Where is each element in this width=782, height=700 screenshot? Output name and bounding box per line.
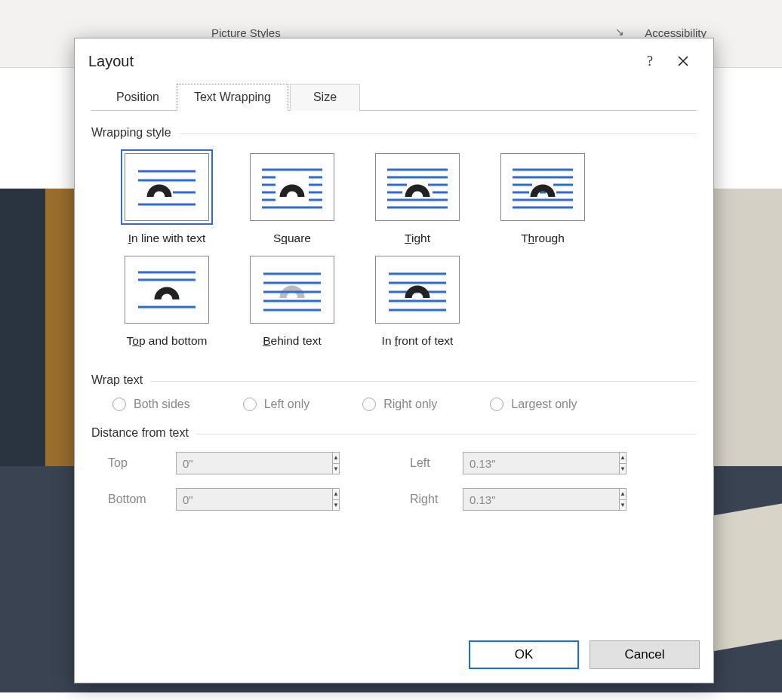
wrap-option-behind[interactable] bbox=[250, 256, 334, 324]
wrap-label-tight: Tight bbox=[405, 232, 430, 245]
wrap-option-inline[interactable] bbox=[125, 153, 209, 221]
close-button[interactable] bbox=[667, 49, 700, 73]
radio-icon bbox=[112, 398, 126, 411]
distance-right-spinner: ▲▼ bbox=[463, 488, 583, 511]
radio-largest-only: Largest only bbox=[490, 398, 577, 411]
spinner-up-icon: ▲ bbox=[333, 489, 339, 500]
tab-size[interactable]: Size bbox=[290, 84, 360, 111]
distance-top-label: Top bbox=[108, 456, 176, 470]
wrap-option-square[interactable] bbox=[250, 153, 334, 221]
wrapping-style-group: Wrapping style In line with text bbox=[91, 126, 697, 358]
behind-text-icon bbox=[259, 266, 325, 313]
tab-position[interactable]: Position bbox=[99, 84, 177, 111]
wrap-option-tight[interactable] bbox=[375, 153, 460, 221]
spinner-up-icon: ▲ bbox=[620, 489, 626, 500]
wrap-label-inline: In line with text bbox=[128, 232, 206, 245]
distance-top-spinner: ▲▼ bbox=[176, 452, 297, 474]
wrap-label-topbottom: Top and bottom bbox=[127, 334, 208, 348]
spinner-up-icon: ▲ bbox=[620, 453, 626, 464]
radio-icon bbox=[243, 398, 257, 411]
wrap-label-behind: Behind text bbox=[263, 334, 322, 348]
distance-right-label: Right bbox=[410, 493, 463, 506]
distance-bottom-spinner: ▲▼ bbox=[176, 488, 297, 511]
wrapping-style-label: Wrapping style bbox=[91, 126, 179, 140]
radio-right-only: Right only bbox=[362, 398, 437, 411]
distance-bottom-input bbox=[176, 488, 333, 511]
dialog-footer: OK Cancel bbox=[469, 640, 700, 669]
close-icon bbox=[677, 55, 689, 67]
spinner-up-icon: ▲ bbox=[333, 453, 339, 464]
dialog-title: Layout bbox=[88, 53, 633, 70]
wrap-label-square: Square bbox=[273, 232, 311, 245]
distance-label: Distance from text bbox=[91, 426, 196, 440]
spinner-down-icon: ▼ bbox=[333, 500, 339, 511]
top-bottom-icon bbox=[134, 266, 200, 313]
distance-bottom-label: Bottom bbox=[108, 493, 176, 506]
wrap-text-label: Wrap text bbox=[91, 373, 150, 387]
wrap-option-infront[interactable] bbox=[375, 256, 460, 324]
radio-icon bbox=[362, 398, 376, 411]
radio-both-sides: Both sides bbox=[112, 398, 190, 411]
spinner-down-icon: ▼ bbox=[333, 464, 339, 474]
layout-dialog: Layout ? Position Text Wrapping Size Wra… bbox=[74, 38, 714, 683]
tab-text-wrapping[interactable]: Text Wrapping bbox=[177, 84, 288, 111]
wrap-label-infront: In front of text bbox=[382, 334, 454, 348]
wrap-label-through: Through bbox=[521, 232, 565, 245]
wrap-option-topbottom[interactable] bbox=[125, 256, 209, 324]
in-front-of-text-icon bbox=[384, 266, 451, 313]
wrap-text-group: Wrap text Both sides Left only Right onl… bbox=[91, 373, 697, 411]
wrap-option-through[interactable] bbox=[500, 153, 585, 221]
radio-left-only: Left only bbox=[243, 398, 309, 411]
spinner-down-icon: ▼ bbox=[620, 464, 626, 474]
distance-left-spinner: ▲▼ bbox=[463, 452, 583, 474]
help-button[interactable]: ? bbox=[633, 49, 667, 73]
dialog-titlebar: Layout ? bbox=[75, 38, 713, 84]
dialog-launcher-icon[interactable]: ↘ bbox=[615, 26, 627, 38]
inline-with-text-icon bbox=[134, 164, 200, 210]
tab-strip: Position Text Wrapping Size bbox=[91, 84, 697, 111]
radio-icon bbox=[490, 398, 503, 411]
spinner-down-icon: ▼ bbox=[620, 500, 626, 511]
distance-group: Distance from text Top ▲▼ Left ▲▼ Bottom… bbox=[91, 426, 697, 511]
ok-button[interactable]: OK bbox=[469, 640, 579, 669]
tight-icon bbox=[384, 164, 451, 210]
distance-top-input bbox=[176, 452, 333, 474]
distance-left-label: Left bbox=[410, 456, 463, 470]
distance-left-input bbox=[463, 452, 620, 474]
cancel-button[interactable]: Cancel bbox=[590, 640, 700, 669]
distance-right-input bbox=[463, 488, 620, 511]
square-icon bbox=[259, 164, 325, 210]
through-icon bbox=[510, 164, 576, 210]
